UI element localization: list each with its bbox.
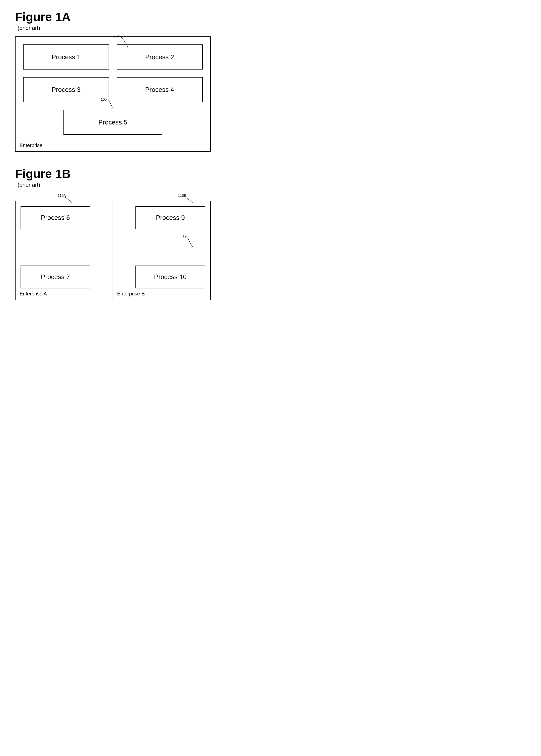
enterprise-b: 120 Process 9 Process 10 Enterprise B xyxy=(113,201,211,300)
process-5-label: Process 5 xyxy=(98,118,127,126)
enterprise-a: Process 6 Process 7 Enterprise A xyxy=(15,201,113,300)
process-10-text: Process 10 xyxy=(154,273,187,281)
process-10: Process 10 xyxy=(136,266,205,288)
label-120-wrap: 120 xyxy=(183,234,203,250)
process-row-1: Process 1 Process 2 xyxy=(23,44,203,70)
enterprise-a-label-2: Enterprise A xyxy=(20,291,47,297)
process-1-label: Process 1 xyxy=(52,53,81,61)
figure-1a: Figure 1A (prior art) 110 Process 1 Proc… xyxy=(15,10,211,152)
svg-text:120: 120 xyxy=(183,234,189,238)
process-2-label: Process 2 xyxy=(145,53,174,61)
process-4-box: Process 4 xyxy=(117,77,203,102)
process-7: Process 7 xyxy=(21,266,90,288)
process-9-text: Process 9 xyxy=(156,214,185,222)
enterprise-label-1a: Enterprise xyxy=(20,143,42,148)
process-row-2: Process 3 Process 4 105 xyxy=(23,77,203,102)
svg-text:110B: 110B xyxy=(178,194,186,198)
figure-1b-corrected: Figure 1B (prior art) 110A 110B Process … xyxy=(15,167,211,300)
process-row-3: Process 5 xyxy=(23,110,203,135)
svg-text:110A: 110A xyxy=(58,194,66,198)
fig1b-title-2: Figure 1B xyxy=(15,167,211,181)
process-7-text: Process 7 xyxy=(41,273,70,281)
process-6: Process 6 xyxy=(21,206,90,229)
enterprise-box-1a: Process 1 Process 2 Process 3 Process 4 … xyxy=(15,36,211,152)
process-3-label: Process 3 xyxy=(52,86,81,94)
process-9: Process 9 xyxy=(136,206,205,229)
process-5-box: Process 5 xyxy=(63,110,162,135)
process-3-box: Process 3 xyxy=(23,77,109,102)
enterprise-b-label-2: Enterprise B xyxy=(117,291,145,297)
ent-boxes-row: Process 6 Process 7 Enterprise A 120 xyxy=(15,201,211,300)
svg-text:105: 105 xyxy=(101,97,107,101)
callout-row: 110A 110B xyxy=(15,193,211,201)
fig1a-title: Figure 1A xyxy=(15,10,211,24)
fig1a-prior-art: (prior art) xyxy=(18,25,211,31)
process-4-label: Process 4 xyxy=(145,86,174,94)
fig1b-prior-art-2: (prior art) xyxy=(18,182,211,188)
process-1-box: Process 1 xyxy=(23,44,109,70)
process-8-gap-a xyxy=(21,235,108,259)
callout-120: 120 xyxy=(183,234,203,249)
callout-105-svg: 105 xyxy=(101,97,121,110)
process-2-box: Process 2 xyxy=(117,44,203,70)
fig1b-layout: 110A 110B Process 6 Process 7 xyxy=(15,193,211,300)
process-6-text: Process 6 xyxy=(41,214,70,222)
